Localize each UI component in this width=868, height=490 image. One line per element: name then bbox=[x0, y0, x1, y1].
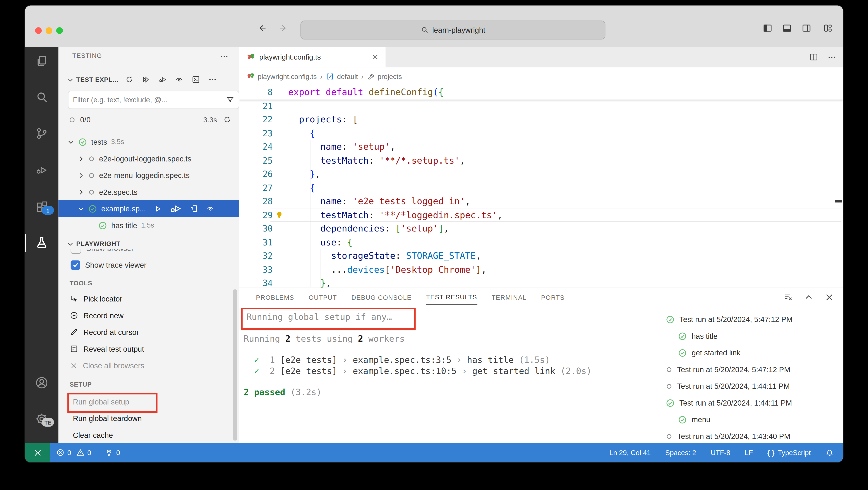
show-trace-viewer-checkbox[interactable] bbox=[71, 260, 80, 270]
code-editor[interactable]: 8export default defineConfig({2122 proje… bbox=[239, 86, 843, 288]
breadcrumb-item[interactable]: projects bbox=[367, 73, 402, 81]
language-mode[interactable]: { } TypeScript bbox=[767, 449, 811, 457]
test-run-row[interactable]: Test run at 5/20/2024, 5:47:12 PM bbox=[665, 361, 790, 378]
editor-scrollbar-mark[interactable] bbox=[835, 200, 842, 203]
ports-status[interactable]: 0 bbox=[104, 448, 120, 457]
tool-item-close-all-browsers[interactable]: Close all browsers bbox=[59, 357, 239, 374]
cursor-position[interactable]: Ln 29, Col 41 bbox=[610, 449, 651, 457]
toggle-primary-sidebar-icon[interactable] bbox=[763, 23, 773, 33]
test-run-row[interactable]: Test run at 5/20/2024, 1:44:11 PM bbox=[665, 394, 792, 411]
sidebar-more-icon[interactable] bbox=[220, 52, 229, 61]
customize-layout-icon[interactable] bbox=[823, 23, 833, 33]
activity-bar-item-run-and-debug[interactable] bbox=[25, 159, 59, 181]
minimize-traffic-light[interactable] bbox=[45, 27, 52, 34]
test-run-row[interactable]: get started link bbox=[678, 344, 741, 361]
panel-tab-debug-console[interactable]: DEBUG CONSOLE bbox=[351, 290, 412, 304]
run-all-icon[interactable] bbox=[141, 75, 150, 84]
panel-tab-ports[interactable]: PORTS bbox=[541, 290, 565, 304]
test-run-row[interactable]: Test run at 5/20/2024, 1:44:11 PM bbox=[665, 378, 790, 394]
test-filter-input[interactable]: Filter (e.g. text, !exclude, @... bbox=[68, 91, 239, 109]
tab-playwright-config[interactable]: playwright.config.ts bbox=[239, 47, 386, 67]
show-browser-checkbox[interactable] bbox=[71, 249, 81, 253]
watch-icon[interactable] bbox=[206, 202, 215, 215]
twisty-icon[interactable] bbox=[77, 155, 85, 162]
code-line[interactable]: 26 }, bbox=[239, 167, 843, 181]
test-tree-item[interactable]: e2e.spec.ts bbox=[59, 184, 239, 201]
code-line[interactable]: 28 name: 'e2e tests logged in', bbox=[239, 195, 843, 208]
twisty-icon[interactable] bbox=[77, 205, 85, 212]
panel-tab-test-results[interactable]: TEST RESULTS bbox=[426, 290, 477, 305]
activity-bar-item-search[interactable] bbox=[25, 86, 59, 109]
code-line[interactable]: 33 ...devices['Desktop Chrome'], bbox=[239, 263, 843, 276]
back-arrow-icon[interactable] bbox=[258, 23, 267, 33]
tool-item-record-new[interactable]: Record new bbox=[59, 307, 239, 324]
code-line[interactable]: 31 use: { bbox=[239, 236, 843, 249]
test-run-row[interactable]: has title bbox=[678, 328, 717, 344]
toggle-panel-icon[interactable] bbox=[782, 23, 792, 33]
activity-bar-item-settings[interactable]: TE bbox=[25, 408, 59, 430]
split-editor-icon[interactable] bbox=[809, 52, 818, 62]
code-line[interactable]: 21 bbox=[239, 99, 843, 113]
tool-item-pick-locator[interactable]: Pick locator bbox=[59, 290, 239, 307]
twisty-icon[interactable] bbox=[67, 138, 74, 146]
run-icon[interactable] bbox=[154, 202, 162, 215]
test-tree-item[interactable]: e2e-menu-loggedin.spec.ts bbox=[59, 167, 239, 184]
twisty-icon[interactable] bbox=[77, 172, 85, 179]
sticky-scroll-line[interactable]: 8export default defineConfig({ bbox=[239, 86, 843, 99]
test-tree-item[interactable]: e2e-logout-loggedin.spec.ts bbox=[59, 150, 239, 167]
activity-bar-item-extensions[interactable]: 1 bbox=[25, 196, 59, 218]
eol-sequence[interactable]: LF bbox=[745, 449, 753, 457]
test-tree-item[interactable]: tests3.5s bbox=[59, 133, 239, 150]
editor-more-icon[interactable] bbox=[828, 53, 836, 62]
activity-bar-item-source-control[interactable] bbox=[25, 122, 59, 145]
panel-tab-terminal[interactable]: TERMINAL bbox=[492, 290, 527, 304]
terminal-icon[interactable] bbox=[191, 75, 200, 84]
notifications-bell-icon[interactable] bbox=[825, 448, 834, 457]
test-run-row[interactable]: menu bbox=[678, 411, 710, 428]
watch-icon[interactable] bbox=[175, 75, 184, 84]
code-line[interactable]: 32 storageState: STORAGE_STATE, bbox=[239, 249, 843, 263]
clear-output-icon[interactable] bbox=[783, 293, 793, 302]
filter-funnel-icon[interactable] bbox=[226, 96, 234, 104]
remote-indicator[interactable] bbox=[25, 443, 50, 462]
maximize-traffic-light[interactable] bbox=[56, 27, 63, 34]
sidebar-scrollbar[interactable] bbox=[233, 289, 237, 441]
code-line[interactable]: 30 dependencies: ['setup'], bbox=[239, 222, 843, 236]
refresh-icon[interactable] bbox=[125, 75, 133, 84]
test-run-row[interactable]: Test run at 5/20/2024, 1:43:40 PM bbox=[665, 428, 790, 445]
show-browser-row-clipped[interactable]: Show browser bbox=[59, 249, 239, 255]
test-tree-item[interactable]: has title1.5s bbox=[59, 217, 239, 234]
tool-item-reveal-test-output[interactable]: Reveal test output bbox=[59, 341, 239, 357]
goto-file-icon[interactable] bbox=[190, 202, 199, 215]
more-icon[interactable] bbox=[208, 75, 217, 84]
code-line[interactable]: 22 projects: [ bbox=[239, 113, 843, 126]
test-explorer-header[interactable]: TEST EXPL... bbox=[59, 71, 239, 88]
panel-tab-problems[interactable]: PROBLEMS bbox=[256, 290, 294, 304]
forward-arrow-icon[interactable] bbox=[278, 23, 287, 33]
code-line[interactable]: 25 testMatch: '**/*.setup.ts', bbox=[239, 154, 843, 167]
tool-item-record-at-cursor[interactable]: Record at cursor bbox=[59, 324, 239, 341]
test-run-row[interactable]: Test run at 5/20/2024, 5:47:12 PM bbox=[665, 311, 793, 328]
indentation[interactable]: Spaces: 2 bbox=[665, 449, 696, 457]
activity-bar-item-accounts[interactable] bbox=[25, 371, 59, 394]
toggle-secondary-sidebar-icon[interactable] bbox=[801, 23, 812, 33]
code-line[interactable]: 29 testMatch: '**/*loggedin.spec.ts', bbox=[239, 208, 843, 222]
maximize-panel-icon[interactable] bbox=[804, 293, 813, 302]
code-line[interactable]: 24 name: 'setup', bbox=[239, 140, 843, 154]
twisty-icon[interactable] bbox=[77, 188, 85, 195]
breadcrumb-item[interactable]: default bbox=[326, 72, 358, 81]
problems-status[interactable]: 0 0 bbox=[56, 448, 91, 457]
encoding[interactable]: UTF-8 bbox=[711, 449, 730, 457]
code-line[interactable]: 34 }, bbox=[239, 276, 843, 287]
command-center-search[interactable]: learn-playwright bbox=[301, 21, 605, 39]
activity-bar-item-testing[interactable] bbox=[25, 232, 59, 254]
activity-bar-item-explorer[interactable] bbox=[25, 50, 59, 72]
show-trace-viewer-row[interactable]: Show trace viewer bbox=[59, 256, 239, 273]
refresh-icon[interactable] bbox=[223, 115, 231, 124]
debug-all-icon[interactable] bbox=[158, 75, 167, 84]
tab-close-icon[interactable] bbox=[372, 54, 379, 61]
panel-tab-output[interactable]: OUTPUT bbox=[309, 290, 337, 304]
setup-item-clear-cache[interactable]: Clear cache bbox=[59, 427, 239, 443]
test-tree-item[interactable]: example.sp... bbox=[59, 200, 239, 217]
close-traffic-light[interactable] bbox=[35, 27, 42, 34]
